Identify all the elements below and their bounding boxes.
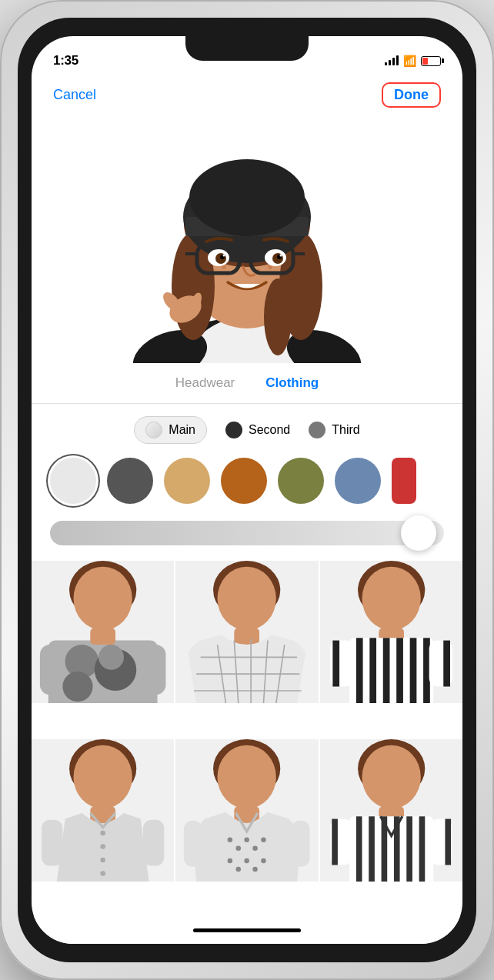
swatch-tan[interactable]: [164, 458, 210, 504]
svg-point-95: [362, 745, 420, 809]
svg-point-71: [74, 745, 132, 809]
clothing-item-1[interactable]: [32, 561, 174, 703]
svg-rect-99: [369, 816, 375, 882]
svg-point-91: [262, 858, 267, 864]
phone-outer: 1:35 📶 Cancel Done: [0, 0, 494, 980]
home-indicator: [32, 916, 462, 944]
clothing-item-4[interactable]: [32, 739, 174, 882]
svg-point-83: [236, 845, 242, 851]
swatch-red[interactable]: [392, 458, 416, 504]
color-slider-track[interactable]: [50, 521, 444, 545]
svg-point-40: [62, 672, 92, 702]
svg-rect-77: [42, 820, 62, 866]
battery-fill: [422, 58, 428, 65]
status-time: 1:35: [53, 53, 78, 68]
tab-headwear[interactable]: Headwear: [175, 375, 235, 394]
svg-rect-72: [90, 806, 115, 823]
home-bar: [193, 928, 301, 932]
svg-rect-105: [332, 819, 338, 865]
svg-point-88: [236, 867, 242, 872]
svg-point-9: [264, 278, 292, 355]
svg-rect-44: [145, 645, 165, 695]
svg-rect-78: [143, 820, 164, 866]
clothing-item-2[interactable]: [175, 561, 318, 703]
svg-rect-64: [409, 638, 416, 703]
svg-rect-62: [382, 638, 389, 703]
phone-inner: 1:35 📶 Cancel Done: [18, 18, 476, 962]
svg-point-73: [100, 831, 105, 836]
svg-rect-93: [292, 821, 310, 867]
cancel-button[interactable]: Cancel: [53, 87, 96, 103]
segmented-control: Main Second Third: [47, 416, 447, 444]
svg-rect-92: [184, 821, 202, 867]
done-button[interactable]: Done: [382, 82, 441, 108]
signal-icon: [385, 56, 399, 65]
svg-rect-42: [90, 628, 115, 645]
color-swatches: [47, 458, 447, 504]
svg-rect-103: [419, 816, 425, 882]
svg-rect-60: [356, 638, 363, 703]
category-tabs: Headwear Clothing: [32, 363, 462, 404]
svg-rect-98: [356, 816, 362, 882]
clothing-grid: [32, 561, 462, 916]
screen: 1:35 📶 Cancel Done: [32, 36, 462, 944]
segment-third-label: Third: [332, 423, 359, 437]
segment-second-label: Second: [249, 423, 290, 437]
svg-rect-63: [396, 638, 403, 703]
svg-point-86: [262, 838, 267, 843]
svg-point-12: [189, 159, 305, 236]
svg-point-74: [100, 844, 105, 849]
third-dot: [309, 422, 325, 438]
svg-rect-65: [423, 638, 430, 703]
swatch-white[interactable]: [50, 458, 96, 504]
svg-rect-47: [235, 628, 260, 645]
svg-point-84: [245, 838, 250, 843]
svg-point-90: [253, 867, 259, 872]
svg-rect-107: [445, 819, 451, 865]
svg-rect-34: [355, 117, 370, 363]
svg-point-28: [223, 255, 225, 257]
svg-point-36: [74, 567, 132, 631]
slider-thumb[interactable]: [401, 515, 436, 551]
svg-rect-69: [443, 641, 450, 687]
slider-container: [47, 518, 447, 548]
tab-clothing[interactable]: Clothing: [265, 375, 319, 394]
segment-main[interactable]: Main: [134, 416, 207, 444]
segment-third[interactable]: Third: [309, 422, 359, 438]
segment-main-label: Main: [169, 423, 195, 437]
color-section: Main Second Third: [32, 404, 462, 561]
swatch-olive[interactable]: [278, 458, 324, 504]
svg-rect-43: [40, 645, 61, 695]
svg-point-41: [98, 645, 124, 670]
svg-point-85: [253, 845, 259, 851]
svg-point-89: [245, 858, 250, 864]
svg-point-57: [362, 567, 420, 631]
clothing-item-3[interactable]: [320, 561, 462, 703]
wifi-icon: 📶: [403, 55, 416, 67]
main-dot: [145, 422, 162, 438]
notch: [185, 36, 309, 61]
svg-rect-67: [332, 641, 339, 687]
swatch-brown[interactable]: [221, 458, 267, 504]
svg-point-82: [228, 838, 233, 843]
clothing-item-6[interactable]: [320, 739, 462, 882]
segment-second[interactable]: Second: [225, 422, 290, 438]
svg-point-29: [280, 255, 282, 257]
status-icons: 📶: [385, 55, 441, 67]
second-dot: [225, 422, 242, 438]
svg-rect-61: [369, 638, 376, 703]
svg-point-46: [218, 567, 276, 631]
swatch-dark-gray[interactable]: [107, 458, 153, 504]
svg-point-76: [100, 871, 105, 876]
svg-rect-102: [406, 816, 412, 882]
avatar-svg: [124, 117, 370, 363]
nav-bar: Cancel Done: [32, 75, 462, 117]
svg-point-75: [100, 858, 105, 863]
clothing-item-5[interactable]: [175, 739, 318, 882]
avatar-area: [32, 117, 462, 363]
swatch-steel-blue[interactable]: [335, 458, 381, 504]
svg-point-87: [228, 858, 233, 864]
svg-point-80: [218, 745, 276, 809]
battery-icon: [421, 56, 441, 66]
